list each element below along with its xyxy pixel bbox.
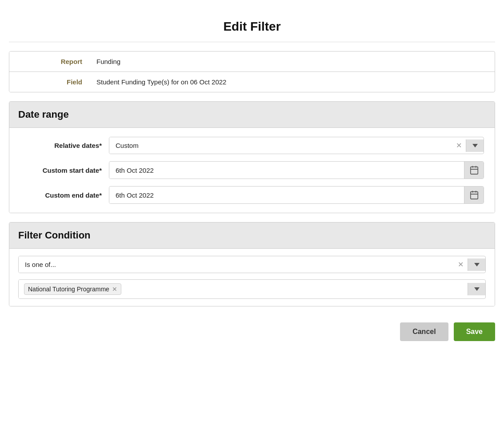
date-range-header: Date range — [9, 102, 495, 128]
custom-start-calendar-icon[interactable] — [464, 162, 484, 179]
custom-start-row: Custom start date* 6th Oct 2022 — [20, 161, 484, 179]
chevron-down-icon-condition — [474, 263, 480, 266]
info-table: Report Funding Field Student Funding Typ… — [9, 51, 495, 92]
relative-dates-value: Custom — [109, 137, 452, 154]
report-value: Funding — [89, 52, 128, 72]
date-range-section: Date range Relative dates* Custom ✕ Cust… — [9, 101, 495, 213]
tag-select[interactable]: National Tutoring Programme ✕ — [18, 279, 486, 299]
relative-dates-select[interactable]: Custom ✕ — [109, 137, 484, 154]
field-row: Field Student Funding Type(s) for on 06 … — [9, 72, 495, 92]
page-title: Edit Filter — [9, 9, 495, 42]
relative-dates-label: Relative dates* — [20, 142, 109, 149]
custom-end-row: Custom end date* 6th Oct 2022 — [20, 186, 484, 204]
cancel-button[interactable]: Cancel — [400, 322, 448, 341]
field-label: Field — [9, 72, 89, 92]
tag-area: National Tutoring Programme ✕ — [19, 280, 468, 298]
tag-remove-icon[interactable]: ✕ — [112, 286, 117, 292]
custom-end-label: Custom end date* — [20, 191, 109, 199]
custom-start-value: 6th Oct 2022 — [109, 162, 464, 179]
tag-item: National Tutoring Programme ✕ — [24, 283, 121, 295]
save-button[interactable]: Save — [454, 322, 495, 341]
chevron-down-icon — [472, 144, 478, 147]
condition-clear-icon[interactable]: ✕ — [453, 260, 468, 269]
condition-dropdown-icon[interactable] — [468, 258, 485, 271]
edit-filter-modal: Edit Filter Report Funding Field Student… — [9, 9, 495, 345]
condition-value: Is one of... — [19, 256, 453, 273]
custom-end-value: 6th Oct 2022 — [109, 187, 464, 203]
chevron-down-icon-tag — [474, 287, 480, 291]
field-value: Student Funding Type(s) for on 06 Oct 20… — [89, 72, 233, 92]
condition-select[interactable]: Is one of... ✕ — [18, 256, 486, 273]
custom-start-date-input[interactable]: 6th Oct 2022 — [109, 161, 484, 179]
relative-dates-clear-icon[interactable]: ✕ — [452, 141, 466, 150]
relative-dates-row: Relative dates* Custom ✕ — [20, 137, 484, 154]
custom-end-calendar-icon[interactable] — [464, 187, 484, 203]
svg-rect-4 — [470, 192, 478, 199]
custom-end-date-input[interactable]: 6th Oct 2022 — [109, 186, 484, 204]
modal-footer: Cancel Save — [9, 315, 495, 345]
filter-condition-body: Is one of... ✕ National Tutoring Program… — [9, 249, 495, 306]
relative-dates-dropdown-icon[interactable] — [466, 139, 484, 152]
report-row: Report Funding — [9, 52, 495, 72]
filter-condition-section: Filter Condition Is one of... ✕ National… — [9, 222, 495, 306]
filter-condition-header: Filter Condition — [9, 222, 495, 249]
custom-start-label: Custom start date* — [20, 167, 109, 174]
calendar-svg — [469, 165, 479, 175]
tag-label: National Tutoring Programme — [28, 286, 109, 293]
report-label: Report — [9, 52, 89, 72]
date-range-body: Relative dates* Custom ✕ Custom start da… — [9, 128, 495, 213]
calendar-svg-end — [469, 190, 479, 200]
tag-select-dropdown-icon[interactable] — [468, 283, 485, 295]
svg-rect-0 — [470, 167, 478, 175]
